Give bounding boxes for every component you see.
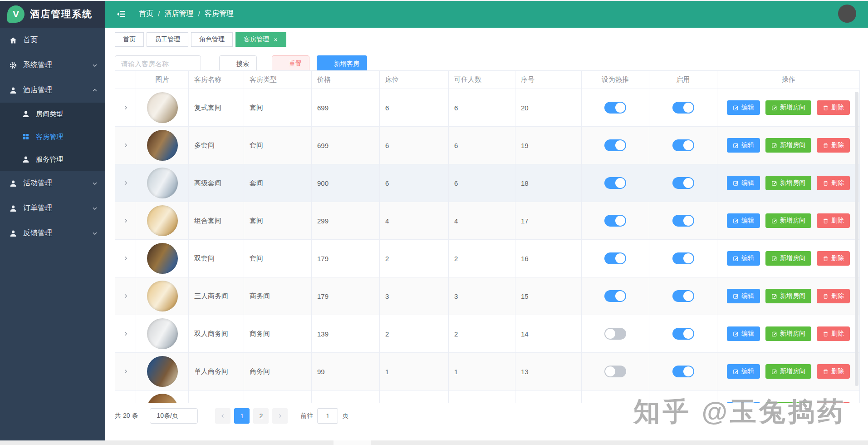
edit-button[interactable]: 编辑	[727, 213, 760, 228]
sidebar-item-room-type[interactable]: 房间类型	[0, 103, 105, 125]
sidebar-item-label: 房间类型	[36, 110, 63, 119]
breadcrumb-item[interactable]: 客房管理	[205, 9, 234, 19]
horizontal-scrollbar-thumb[interactable]	[333, 440, 371, 445]
page-button-2[interactable]: 2	[253, 408, 269, 424]
edit-square-icon	[771, 105, 777, 111]
enabled-toggle[interactable]	[672, 215, 694, 227]
actions-cell: 编辑新增房间删除	[717, 127, 859, 164]
tab-room[interactable]: 客房管理	[235, 32, 286, 47]
edit-button[interactable]: 编辑	[727, 251, 760, 266]
next-page-button[interactable]	[272, 408, 288, 424]
user-avatar[interactable]	[838, 5, 856, 23]
add-room-row-button[interactable]: 新增房间	[765, 176, 811, 190]
expand-cell	[115, 277, 136, 315]
sidebar-item-hotel[interactable]: 酒店管理	[0, 78, 105, 103]
actions-group: 编辑新增房间删除	[723, 364, 854, 379]
tab-staff[interactable]: 员工管理	[147, 32, 188, 47]
expand-row-icon[interactable]	[123, 255, 129, 262]
edit-button[interactable]: 编辑	[727, 138, 760, 153]
room-image-cell	[136, 315, 189, 352]
sequence-cell: 17	[515, 202, 582, 239]
hot-toggle[interactable]	[604, 177, 626, 189]
edit-button[interactable]: 编辑	[727, 100, 760, 115]
hot-toggle[interactable]	[604, 366, 626, 377]
delete-button[interactable]: 删除	[817, 138, 850, 153]
close-icon[interactable]	[273, 37, 278, 42]
edit-button[interactable]: 编辑	[727, 326, 760, 341]
tab-role[interactable]: 角色管理	[191, 32, 233, 47]
table-vertical-scrollbar[interactable]	[855, 92, 858, 386]
search-button[interactable]: 搜索	[219, 55, 257, 72]
chevron-down-icon[interactable]	[92, 230, 98, 237]
room-image-cell	[136, 202, 189, 239]
enabled-toggle[interactable]	[672, 252, 694, 264]
sidebar-item-system[interactable]: 系统管理	[0, 53, 105, 78]
expand-row-icon[interactable]	[123, 293, 129, 299]
breadcrumb-item[interactable]: 酒店管理	[164, 9, 193, 19]
add-room-row-button[interactable]: 新增房间	[765, 100, 811, 115]
sidebar-fold-icon[interactable]	[115, 9, 127, 19]
sidebar-item-room-manage[interactable]: 客房管理	[0, 125, 105, 148]
expand-row-icon[interactable]	[123, 331, 129, 337]
chevron-up-icon[interactable]	[92, 87, 98, 94]
add-room-row-button[interactable]: 新增房间	[765, 138, 811, 153]
add-room-button[interactable]: 新增客房	[317, 55, 367, 72]
delete-button[interactable]: 删除	[817, 364, 850, 379]
submenu-hotel: 房间类型客房管理服务管理	[0, 103, 105, 171]
add-room-row-button[interactable]: 新增房间	[765, 251, 811, 266]
chevron-down-icon[interactable]	[92, 205, 98, 212]
add-room-row-button[interactable]: 新增房间	[765, 213, 811, 228]
add-room-row-button[interactable]: 新增房间	[765, 364, 811, 379]
main-content: 首页员工管理角色管理客房管理 搜索 重置 新增客房 图片客房名称客房类型价格床位…	[105, 28, 868, 440]
expand-row-icon[interactable]	[123, 104, 129, 111]
horizontal-scrollbar[interactable]	[0, 440, 868, 445]
expand-row-icon[interactable]	[123, 218, 129, 224]
hot-toggle[interactable]	[604, 102, 626, 114]
sidebar-item-order[interactable]: 订单管理	[0, 196, 105, 221]
user-icon	[9, 86, 17, 94]
hot-toggle[interactable]	[604, 215, 626, 227]
breadcrumb-item[interactable]: 首页	[139, 9, 153, 19]
sidebar-item-activity[interactable]: 活动管理	[0, 171, 105, 196]
edit-button[interactable]: 编辑	[727, 176, 760, 190]
hot-toggle[interactable]	[604, 252, 626, 264]
delete-button[interactable]: 删除	[817, 326, 850, 341]
enabled-toggle[interactable]	[672, 328, 694, 340]
expand-row-icon[interactable]	[123, 368, 129, 375]
gear-icon	[9, 61, 17, 69]
header-cell: 序号	[515, 71, 582, 89]
sidebar-item-feedback[interactable]: 反馈管理	[0, 221, 105, 246]
page-size-select[interactable]: 10条/页	[150, 408, 198, 424]
page-button-1[interactable]: 1	[234, 408, 250, 424]
user-icon	[9, 229, 17, 237]
delete-button[interactable]: 删除	[817, 213, 850, 228]
enabled-toggle[interactable]	[672, 177, 694, 189]
sidebar-item-service-manage[interactable]: 服务管理	[0, 148, 105, 171]
enabled-toggle[interactable]	[672, 366, 694, 377]
tab-home[interactable]: 首页	[115, 32, 144, 47]
expand-row-icon[interactable]	[123, 180, 129, 186]
edit-button[interactable]: 编辑	[727, 364, 760, 379]
prev-page-button[interactable]	[215, 408, 230, 424]
add-room-row-button[interactable]: 新增房间	[765, 326, 811, 341]
add-room-row-button[interactable]: 新增房间	[765, 289, 811, 303]
delete-button[interactable]: 删除	[817, 289, 850, 303]
hot-toggle[interactable]	[604, 328, 626, 340]
delete-button[interactable]: 删除	[817, 251, 850, 266]
enabled-toggle[interactable]	[672, 139, 694, 151]
search-input[interactable]	[115, 55, 201, 72]
hot-toggle[interactable]	[604, 290, 626, 302]
enabled-toggle[interactable]	[672, 290, 694, 302]
hot-toggle[interactable]	[604, 139, 626, 151]
delete-button[interactable]: 删除	[817, 176, 850, 190]
goto-page-input[interactable]	[317, 408, 338, 424]
delete-button[interactable]: 删除	[817, 100, 850, 115]
enabled-toggle[interactable]	[672, 102, 694, 114]
sequence-cell: 19	[515, 127, 582, 164]
chevron-down-icon[interactable]	[92, 62, 98, 69]
edit-button[interactable]: 编辑	[727, 289, 760, 303]
expand-row-icon[interactable]	[123, 142, 129, 148]
sidebar-item-home[interactable]: 首页	[0, 28, 105, 53]
reset-button[interactable]: 重置	[272, 55, 309, 72]
chevron-down-icon[interactable]	[92, 180, 98, 187]
